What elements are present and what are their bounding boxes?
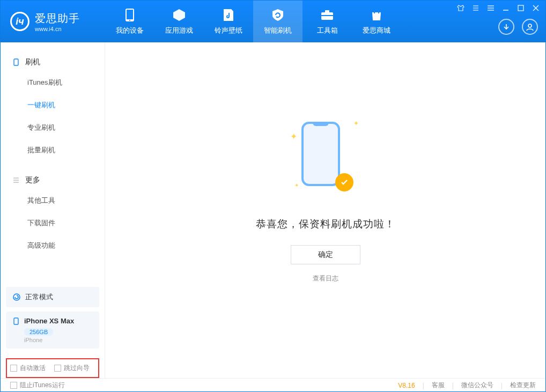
- svg-rect-5: [321, 15, 333, 16]
- version-label: V8.16: [398, 382, 415, 389]
- phone-icon: [122, 8, 137, 23]
- sidebar-item-itunes-flash[interactable]: iTunes刷机: [27, 71, 105, 94]
- header-right-actions: [498, 19, 538, 35]
- menu-small-icon: [12, 176, 20, 184]
- svg-point-2: [129, 20, 130, 21]
- device-card[interactable]: iPhone XS Max 256GB iPhone: [6, 312, 99, 349]
- app-name: 爱思助手: [35, 11, 80, 26]
- sidebar-group-more: 更多: [1, 171, 105, 189]
- user-icon[interactable]: [522, 19, 538, 35]
- app-header: iч 爱思助手 www.i4.cn 我的设备 应用游戏 铃声壁纸 智能刷机 工具…: [1, 1, 545, 42]
- tab-apps[interactable]: 应用游戏: [154, 1, 204, 42]
- device-type: iPhone: [24, 337, 93, 343]
- footer-link-support[interactable]: 客服: [432, 381, 445, 390]
- refresh-icon: [12, 293, 21, 301]
- success-illustration: ✦ ✦ ✦: [293, 116, 358, 202]
- tab-store[interactable]: 爱思商城: [352, 1, 401, 42]
- view-log-link[interactable]: 查看日志: [313, 274, 338, 283]
- checkbox-block-itunes[interactable]: 阻止iTunes运行: [10, 381, 65, 390]
- sparkle-icon: ✦: [353, 120, 359, 127]
- footer-link-wechat[interactable]: 微信公众号: [461, 381, 493, 390]
- sparkle-icon: ✦: [290, 131, 297, 142]
- phone-small-icon: [12, 317, 20, 325]
- menu-icon[interactable]: [486, 4, 495, 12]
- maximize-icon[interactable]: [517, 4, 525, 12]
- shield-refresh-icon: [270, 8, 285, 23]
- tab-my-device[interactable]: 我的设备: [105, 1, 154, 42]
- music-file-icon: [221, 8, 236, 23]
- bag-icon: [369, 8, 384, 23]
- device-name: iPhone XS Max: [24, 317, 74, 325]
- sidebar-item-onekey-flash[interactable]: 一键刷机: [27, 94, 105, 116]
- footer-link-update[interactable]: 检查更新: [510, 381, 536, 390]
- app-logo: iч 爱思助手 www.i4.cn: [1, 11, 105, 32]
- sidebar-item-download-firmware[interactable]: 下载固件: [27, 212, 105, 234]
- download-icon[interactable]: [498, 19, 514, 35]
- tab-toolbox[interactable]: 工具箱: [302, 1, 352, 42]
- svg-rect-1: [127, 10, 133, 19]
- svg-rect-22: [14, 318, 18, 324]
- options-highlight-box: 自动激活 跳过向导: [6, 358, 99, 378]
- checkbox-auto-activate[interactable]: 自动激活: [10, 364, 46, 373]
- device-mode-card[interactable]: 正常模式: [6, 287, 99, 307]
- ok-button[interactable]: 确定: [291, 245, 360, 264]
- main-content: ✦ ✦ ✦ 恭喜您，保资料刷机成功啦！ 确定 查看日志: [105, 42, 545, 378]
- svg-point-16: [528, 24, 532, 27]
- svg-point-21: [13, 294, 20, 300]
- shirt-icon[interactable]: [456, 4, 465, 12]
- sidebar-item-other-tools[interactable]: 其他工具: [27, 189, 105, 212]
- tab-flash[interactable]: 智能刷机: [253, 1, 302, 42]
- sidebar: 刷机 iTunes刷机 一键刷机 专业刷机 批量刷机 更多 其他工具 下载固件 …: [1, 42, 105, 378]
- list-icon[interactable]: [471, 4, 480, 12]
- status-bar: 阻止iTunes运行 V8.16 | 客服 | 微信公众号 | 检查更新: [1, 378, 545, 392]
- app-url: www.i4.cn: [35, 26, 80, 32]
- svg-rect-4: [325, 10, 329, 13]
- logo-icon: iч: [10, 12, 29, 31]
- check-badge-icon: [335, 173, 353, 191]
- window-controls: [456, 4, 540, 12]
- svg-rect-17: [14, 59, 18, 65]
- device-capacity: 256GB: [24, 328, 53, 336]
- sidebar-item-batch-flash[interactable]: 批量刷机: [27, 139, 105, 161]
- sidebar-item-pro-flash[interactable]: 专业刷机: [27, 116, 105, 139]
- sidebar-group-flash: 刷机: [1, 53, 105, 71]
- device-small-icon: [12, 58, 20, 66]
- success-message: 恭喜您，保资料刷机成功啦！: [256, 217, 395, 231]
- close-icon[interactable]: [532, 4, 540, 12]
- checkbox-skip-guide[interactable]: 跳过向导: [54, 364, 90, 373]
- cube-icon: [172, 8, 187, 23]
- svg-rect-13: [518, 5, 523, 11]
- tab-ringtones[interactable]: 铃声壁纸: [204, 1, 253, 42]
- main-nav: 我的设备 应用游戏 铃声壁纸 智能刷机 工具箱 爱思商城: [105, 1, 401, 42]
- minimize-icon[interactable]: [501, 4, 510, 12]
- sparkle-icon: ✦: [294, 182, 299, 188]
- sidebar-item-advanced[interactable]: 高级功能: [27, 234, 105, 257]
- toolbox-icon: [320, 8, 335, 23]
